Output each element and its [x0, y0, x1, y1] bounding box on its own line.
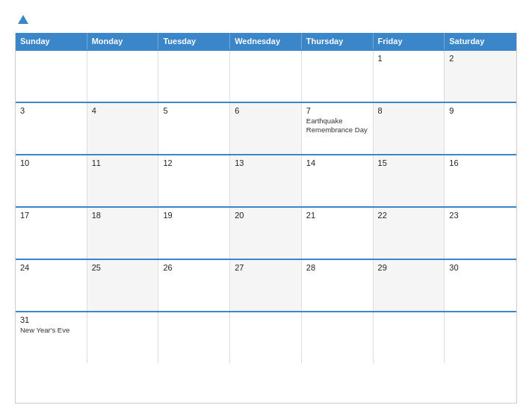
header: [15, 13, 517, 27]
day-cell: 9: [445, 103, 516, 154]
day-cell: 3: [16, 103, 87, 154]
week-row-1: 12: [16, 49, 516, 102]
day-number: 14: [306, 158, 368, 167]
week-row-3: 10111213141516: [16, 154, 516, 206]
day-cell: [374, 312, 445, 363]
day-cell: 6: [230, 103, 302, 154]
day-header-thursday: Thursday: [302, 33, 374, 49]
logo: [15, 13, 31, 27]
day-cell: [87, 51, 159, 102]
day-cell: 14: [302, 155, 374, 206]
day-number: 17: [20, 211, 82, 220]
day-cell: [230, 312, 302, 363]
day-cell: 26: [158, 260, 230, 311]
day-number: 9: [449, 106, 512, 115]
day-number: 19: [163, 211, 225, 220]
day-cell: 16: [445, 155, 516, 206]
day-number: 24: [20, 263, 82, 272]
day-cell: 27: [230, 260, 302, 311]
day-number: 6: [235, 106, 297, 115]
day-cell: 28: [302, 260, 374, 311]
day-cell: 31New Year's Eve: [16, 312, 87, 363]
day-number: 5: [163, 106, 225, 115]
day-number: 30: [449, 263, 512, 272]
day-header-sunday: Sunday: [16, 33, 87, 49]
day-cell: 13: [230, 155, 302, 206]
day-number: 11: [92, 158, 154, 167]
day-headers-row: SundayMondayTuesdayWednesdayThursdayFrid…: [16, 33, 516, 49]
day-cell: 18: [87, 208, 159, 259]
day-number: 20: [235, 211, 297, 220]
day-number: 3: [20, 106, 82, 115]
day-cell: 5: [158, 103, 230, 154]
day-cell: [158, 312, 230, 363]
day-header-friday: Friday: [374, 33, 445, 49]
day-number: 22: [378, 211, 440, 220]
day-cell: [302, 51, 374, 102]
day-number: 27: [235, 263, 297, 272]
weeks-container: 1234567Earthquake Remembrance Day8910111…: [16, 49, 516, 363]
day-cell: 17: [16, 208, 87, 259]
day-number: 13: [235, 158, 297, 167]
day-number: 21: [306, 211, 368, 220]
day-header-wednesday: Wednesday: [230, 33, 302, 49]
day-cell: [445, 312, 516, 363]
day-number: 8: [378, 106, 440, 115]
day-cell: 4: [87, 103, 159, 154]
day-cell: 8: [374, 103, 445, 154]
day-number: 23: [449, 211, 512, 220]
day-event: Earthquake Remembrance Day: [306, 117, 368, 135]
day-number: 2: [449, 54, 512, 63]
day-event: New Year's Eve: [20, 326, 82, 335]
day-number: 7: [306, 106, 368, 115]
day-cell: [16, 51, 87, 102]
week-row-4: 17181920212223: [16, 206, 516, 259]
day-cell: 1: [374, 51, 445, 102]
day-number: 12: [163, 158, 225, 167]
day-number: 1: [378, 54, 440, 63]
day-cell: 22: [374, 208, 445, 259]
day-header-saturday: Saturday: [445, 33, 516, 49]
day-cell: 20: [230, 208, 302, 259]
week-row-6: 31New Year's Eve: [16, 311, 516, 363]
day-header-monday: Monday: [87, 33, 159, 49]
day-header-tuesday: Tuesday: [158, 33, 230, 49]
day-number: 15: [378, 158, 440, 167]
day-number: 4: [92, 106, 154, 115]
day-cell: [230, 51, 302, 102]
svg-marker-0: [18, 15, 28, 24]
day-cell: 15: [374, 155, 445, 206]
day-number: 16: [449, 158, 512, 167]
day-cell: 23: [445, 208, 516, 259]
day-cell: [158, 51, 230, 102]
day-cell: [302, 312, 374, 363]
day-cell: 11: [87, 155, 159, 206]
day-number: 26: [163, 263, 225, 272]
day-number: 25: [92, 263, 154, 272]
day-number: 29: [378, 263, 440, 272]
day-cell: 19: [158, 208, 230, 259]
logo-icon: [16, 13, 30, 27]
day-number: 18: [92, 211, 154, 220]
day-cell: [87, 312, 159, 363]
day-cell: 7Earthquake Remembrance Day: [302, 103, 374, 154]
day-cell: 10: [16, 155, 87, 206]
day-cell: 12: [158, 155, 230, 206]
day-cell: 29: [374, 260, 445, 311]
calendar-grid: SundayMondayTuesdayWednesdayThursdayFrid…: [15, 33, 517, 404]
day-cell: 30: [445, 260, 516, 311]
day-number: 28: [306, 263, 368, 272]
day-cell: 24: [16, 260, 87, 311]
week-row-5: 24252627282930: [16, 259, 516, 311]
day-cell: 2: [445, 51, 516, 102]
day-number: 31: [20, 315, 82, 324]
day-cell: 21: [302, 208, 374, 259]
day-number: 10: [20, 158, 82, 167]
week-row-2: 34567Earthquake Remembrance Day89: [16, 102, 516, 154]
calendar-page: SundayMondayTuesdayWednesdayThursdayFrid…: [0, 0, 532, 411]
day-cell: 25: [87, 260, 159, 311]
